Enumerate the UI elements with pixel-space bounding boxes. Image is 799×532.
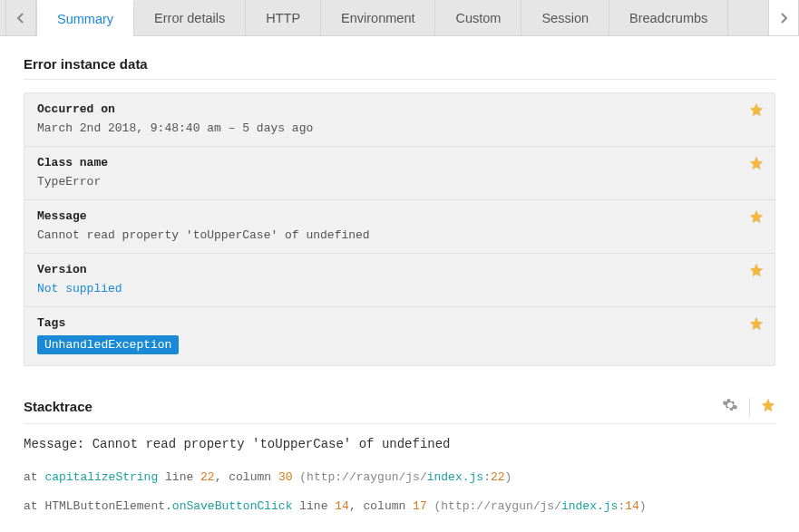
star-icon bbox=[749, 102, 764, 117]
row-label: Message bbox=[37, 209, 762, 223]
frame-text: ) bbox=[505, 470, 512, 484]
frame-text: : bbox=[483, 470, 491, 484]
tab-breadcrumbs[interactable]: Breadcrumbs bbox=[609, 0, 728, 35]
star-icon bbox=[749, 156, 764, 170]
tabs-bar: Summary Error details HTTP Environment C… bbox=[0, 0, 799, 36]
tab-custom[interactable]: Custom bbox=[435, 0, 521, 35]
frame-class: HTMLButtonElement. bbox=[44, 499, 171, 513]
star-toggle[interactable] bbox=[749, 102, 764, 121]
row-value: March 2nd 2018, 9:48:40 am – 5 days ago bbox=[37, 121, 762, 135]
frame-file: index.js bbox=[427, 470, 483, 484]
row-tags: Tags UnhandledException bbox=[24, 307, 775, 365]
frame-text: ) bbox=[639, 499, 647, 513]
tag-chip[interactable]: UnhandledException bbox=[37, 335, 179, 354]
row-label: Version bbox=[37, 263, 762, 276]
gear-icon bbox=[722, 397, 738, 413]
row-value: Cannot read property 'toUpperCase' of un… bbox=[37, 228, 762, 242]
section-header-stacktrace: Stacktrace bbox=[24, 397, 775, 424]
frame-line: 14 bbox=[625, 499, 639, 513]
frame-text: (http://raygun/js/ bbox=[292, 470, 426, 484]
section-title: Stacktrace bbox=[24, 399, 93, 414]
stack-msg-body: Cannot read property 'toUpperCase' of un… bbox=[93, 437, 451, 451]
star-toggle[interactable] bbox=[749, 263, 764, 281]
settings-button[interactable] bbox=[722, 397, 738, 416]
frame-line: 22 bbox=[200, 470, 215, 484]
star-toggle[interactable] bbox=[749, 209, 764, 227]
star-icon bbox=[749, 263, 764, 277]
row-occurred-on: Occurred on March 2nd 2018, 9:48:40 am –… bbox=[24, 93, 775, 147]
frame-line: 22 bbox=[491, 470, 505, 484]
row-label: Tags bbox=[37, 316, 762, 330]
stacktrace-message: Message: Cannot read property 'toUpperCa… bbox=[24, 437, 775, 451]
stack-frame: at capitalizeString line 22, column 30 (… bbox=[24, 468, 775, 488]
divider bbox=[749, 398, 750, 416]
tabs-scroll-left[interactable] bbox=[5, 0, 36, 35]
row-version: Version Not supplied bbox=[24, 254, 775, 307]
tab-error-details[interactable]: Error details bbox=[134, 0, 246, 35]
frame-file: index.js bbox=[561, 499, 618, 513]
row-message: Message Cannot read property 'toUpperCas… bbox=[24, 200, 775, 254]
tab-environment[interactable]: Environment bbox=[321, 0, 435, 35]
frame-column: 30 bbox=[278, 470, 293, 484]
frame-text: (http://raygun/js/ bbox=[427, 499, 561, 513]
frame-function: capitalizeString bbox=[44, 470, 158, 484]
frame-text: line bbox=[292, 499, 335, 513]
tab-session[interactable]: Session bbox=[521, 0, 609, 35]
star-icon bbox=[749, 209, 764, 224]
frame-column: 17 bbox=[413, 499, 427, 513]
star-icon bbox=[761, 398, 775, 412]
stack-msg-prefix: Message: bbox=[24, 437, 93, 451]
tab-http[interactable]: HTTP bbox=[246, 0, 321, 35]
row-class-name: Class name TypeError bbox=[24, 147, 775, 200]
frame-text: , column bbox=[215, 470, 278, 484]
row-value-link[interactable]: Not supplied bbox=[37, 282, 762, 295]
star-toggle[interactable] bbox=[749, 316, 764, 334]
section-actions bbox=[722, 397, 775, 416]
tabs-scroll-right[interactable] bbox=[768, 0, 799, 35]
frame-at: at bbox=[24, 470, 44, 484]
chevron-right-icon bbox=[778, 13, 789, 24]
section-header-error-instance: Error instance data bbox=[24, 56, 775, 80]
frame-text: line bbox=[158, 470, 200, 484]
frame-at: at bbox=[24, 499, 44, 513]
row-value: UnhandledException bbox=[37, 335, 762, 354]
row-label: Occurred on bbox=[37, 102, 762, 116]
row-value: TypeError bbox=[37, 175, 762, 189]
section-title: Error instance data bbox=[24, 56, 148, 72]
frame-line: 14 bbox=[335, 499, 349, 513]
row-label: Class name bbox=[37, 156, 762, 169]
star-toggle[interactable] bbox=[761, 398, 775, 415]
frame-function: onSaveButtonClick bbox=[172, 499, 293, 513]
frame-text: , column bbox=[349, 499, 413, 513]
error-instance-block: Occurred on March 2nd 2018, 9:48:40 am –… bbox=[24, 92, 775, 366]
star-icon bbox=[749, 316, 764, 331]
star-toggle[interactable] bbox=[749, 156, 764, 174]
tab-summary[interactable]: Summary bbox=[36, 0, 134, 35]
chevron-left-icon bbox=[15, 13, 26, 24]
stack-frame: at HTMLButtonElement.onSaveButtonClick l… bbox=[24, 497, 775, 517]
